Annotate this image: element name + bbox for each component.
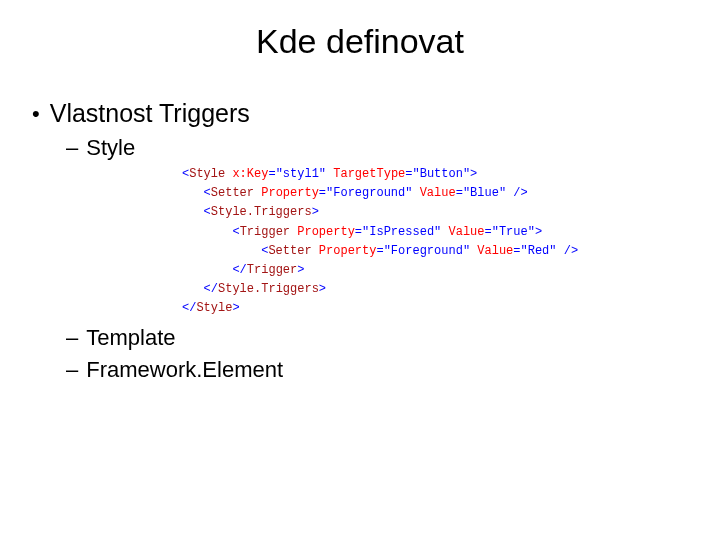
code-eq: =" — [513, 244, 527, 258]
slide-body: • Vlastnost Triggers – Style <Style x:Ke… — [32, 99, 720, 383]
code-attr: Property — [319, 244, 377, 258]
code-attr: x:Key — [232, 167, 268, 181]
code-bracket: > — [297, 263, 304, 277]
code-eq: =" — [376, 244, 390, 258]
bullet-level-2-template: – Template — [66, 325, 720, 351]
code-val: Blue — [470, 186, 499, 200]
bullet-dot: • — [32, 99, 40, 129]
code-bracket: > — [470, 167, 477, 181]
code-block: <Style x:Key="styl1" TargetType="Button"… — [182, 165, 720, 319]
code-val: styl1 — [283, 167, 319, 181]
slide-title: Kde definovat — [0, 22, 720, 61]
code-attr: TargetType — [333, 167, 405, 181]
code-quote: " — [434, 225, 441, 239]
code-bracket: < — [204, 205, 211, 219]
bullet-level-1: • Vlastnost Triggers — [32, 99, 720, 129]
code-eq: =" — [485, 225, 499, 239]
code-attr: Property — [297, 225, 355, 239]
code-tag: Style.Triggers — [218, 282, 319, 296]
code-quote: " — [499, 186, 506, 200]
bullet-level-2-frameworkelement: – Framework.Element — [66, 357, 720, 383]
code-bracket: > — [312, 205, 319, 219]
code-val: Button — [420, 167, 463, 181]
bullet-text: Framework.Element — [86, 357, 283, 383]
code-tag: Style — [196, 301, 232, 315]
code-attr: Value — [448, 225, 484, 239]
bullet-text: Style — [86, 135, 135, 161]
code-val: Red — [528, 244, 550, 258]
code-bracket: < — [204, 186, 211, 200]
bullet-text: Template — [86, 325, 175, 351]
code-quote: " — [549, 244, 556, 258]
code-quote: " — [463, 244, 470, 258]
code-val: IsPressed — [369, 225, 434, 239]
code-bracket: > — [232, 301, 239, 315]
code-eq: =" — [456, 186, 470, 200]
bullet-text: Vlastnost Triggers — [50, 99, 250, 128]
code-bracket: /> — [564, 244, 578, 258]
code-val: Foreground — [333, 186, 405, 200]
code-tag: Style — [189, 167, 225, 181]
code-bracket: < — [232, 225, 239, 239]
code-tag: Trigger — [240, 225, 290, 239]
bullet-dash: – — [66, 325, 78, 351]
bullet-dash: – — [66, 135, 78, 161]
code-tag: Setter — [211, 186, 254, 200]
bullet-dash: – — [66, 357, 78, 383]
code-val: Foreground — [391, 244, 463, 258]
code-quote: " — [319, 167, 326, 181]
code-val: True — [499, 225, 528, 239]
code-bracket: </ — [182, 301, 196, 315]
code-bracket: </ — [232, 263, 246, 277]
code-bracket: > — [319, 282, 326, 296]
code-eq: =" — [355, 225, 369, 239]
code-eq: =" — [268, 167, 282, 181]
code-eq: =" — [319, 186, 333, 200]
code-tag: Trigger — [247, 263, 297, 277]
code-tag: Setter — [268, 244, 311, 258]
code-quote: " — [405, 186, 412, 200]
code-attr: Property — [261, 186, 319, 200]
code-eq: =" — [405, 167, 419, 181]
code-quote: " — [528, 225, 535, 239]
code-tag: Style.Triggers — [211, 205, 312, 219]
code-attr: Value — [420, 186, 456, 200]
code-bracket: > — [535, 225, 542, 239]
code-bracket: </ — [204, 282, 218, 296]
code-bracket: /> — [513, 186, 527, 200]
bullet-level-2-style: – Style — [66, 135, 720, 161]
code-attr: Value — [477, 244, 513, 258]
